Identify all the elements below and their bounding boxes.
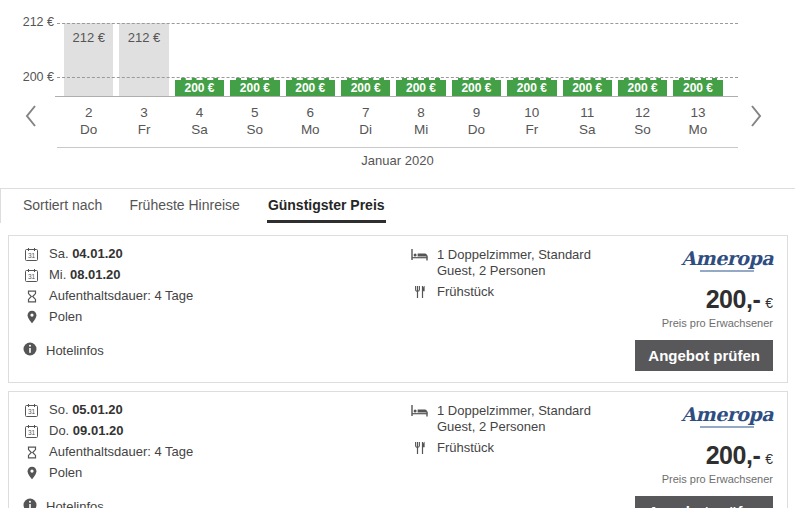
day-label: 11 Sa	[560, 104, 615, 138]
gridline-200	[57, 77, 738, 78]
day-column[interactable]: 200 € 9 Do	[449, 0, 504, 145]
sort-tab-bar: Sortiert nach Früheste Hinreise Günstigs…	[0, 188, 795, 223]
bar-price-label: 200 €	[341, 80, 390, 96]
sort-tab[interactable]: Günstigster Preis	[267, 197, 386, 223]
price-note: Preis pro Erwachsener	[662, 473, 773, 485]
day-column[interactable]: 200 € 5 So	[227, 0, 282, 145]
departure-date: 04.01.20	[72, 246, 123, 261]
destination-row: Polen	[23, 465, 411, 481]
day-weekday: So	[227, 121, 282, 138]
calendar-icon: 31	[23, 404, 40, 417]
svg-text:31: 31	[28, 273, 36, 280]
day-column[interactable]: 212 € 3 Fr	[116, 0, 171, 145]
location-pin-icon	[23, 310, 40, 324]
return-date-row: 31 Mi. 08.01.20	[23, 267, 411, 283]
cutlery-icon	[411, 285, 428, 299]
duration-row: Aufenthaltsdauer: 4 Tage	[23, 444, 411, 460]
day-number: 13	[670, 104, 725, 121]
day-column[interactable]: 200 € 11 Sa	[560, 0, 615, 145]
bar-price-label: 200 €	[452, 80, 501, 96]
price-bar: 200 €	[230, 78, 279, 96]
day-label: 12 So	[615, 104, 670, 138]
destination-row: Polen	[23, 309, 411, 325]
day-weekday: Fr	[116, 121, 171, 138]
day-label: 6 Mo	[283, 104, 338, 138]
bar-price-label: 200 €	[618, 80, 667, 96]
price-amount: 200,-	[706, 285, 760, 314]
price-bar: 200 €	[507, 78, 556, 96]
bar-price-label: 200 €	[396, 80, 445, 96]
day-columns: 212 € 2 Do 212 € 3 Fr 200 €	[61, 0, 726, 145]
price-bar: 200 €	[341, 78, 390, 96]
info-icon	[23, 498, 37, 508]
room-text-line1: 1 Doppelzimmer, Standard	[437, 247, 591, 262]
departure-weekday: Sa.	[49, 246, 69, 261]
day-column[interactable]: 200 € 6 Mo	[283, 0, 338, 145]
day-label: 3 Fr	[116, 104, 171, 138]
price-calendar: 212 € 200 € 212 € 2 Do 212 € 3	[0, 0, 795, 180]
hotel-info-label: Hotelinfos	[46, 343, 104, 358]
calendar-icon: 31	[23, 269, 40, 282]
day-weekday: Do	[61, 121, 116, 138]
check-offer-button[interactable]: Angebot prüfen	[635, 496, 773, 508]
day-column[interactable]: 212 € 2 Do	[61, 0, 116, 145]
calendar-icon: 31	[23, 248, 40, 261]
day-number: 12	[615, 104, 670, 121]
departure-date-row: 31 Sa. 04.01.20	[23, 246, 411, 262]
hotel-info-link[interactable]: Hotelinfos	[23, 498, 411, 508]
day-number: 4	[172, 104, 227, 121]
hourglass-icon	[23, 290, 40, 303]
price-bar: 200 €	[563, 78, 612, 96]
price-currency: €	[765, 451, 773, 467]
brand-logo-text: Ameropa	[681, 247, 773, 269]
day-number: 6	[283, 104, 338, 121]
destination-text: Polen	[49, 465, 82, 481]
departure-weekday: So.	[49, 402, 69, 417]
next-days-button[interactable]	[747, 101, 765, 134]
departure-date: 05.01.20	[72, 402, 123, 417]
bar-price-label: 200 €	[673, 80, 722, 96]
day-column[interactable]: 200 € 4 Sa	[172, 0, 227, 145]
day-column[interactable]: 200 € 13 Mo	[670, 0, 725, 145]
cutlery-icon	[411, 441, 428, 455]
room-text-line2: Guest, 2 Personen	[437, 263, 545, 278]
price-bar: 200 €	[175, 78, 224, 96]
day-number: 8	[393, 104, 448, 121]
day-label: 8 Mi	[393, 104, 448, 138]
price-bar: 200 €	[452, 78, 501, 96]
day-weekday: Do	[449, 121, 504, 138]
day-column[interactable]: 200 € 8 Mi	[393, 0, 448, 145]
check-offer-button[interactable]: Angebot prüfen	[635, 340, 773, 371]
day-column[interactable]: 200 € 12 So	[615, 0, 670, 145]
brand-logo: Ameropa	[681, 247, 773, 272]
chevron-right-icon	[749, 103, 763, 129]
hotel-info-link[interactable]: Hotelinfos	[23, 342, 411, 359]
month-separator	[57, 147, 738, 148]
brand-logo-text: Ameropa	[681, 403, 773, 425]
day-label: 10 Fr	[504, 104, 559, 138]
day-column[interactable]: 200 € 7 Di	[338, 0, 393, 145]
svg-text:31: 31	[28, 429, 36, 436]
day-label: 13 Mo	[670, 104, 725, 138]
svg-text:31: 31	[28, 252, 36, 259]
previous-days-button[interactable]	[22, 101, 40, 134]
bed-icon	[411, 248, 428, 261]
board-row: Frühstück	[411, 284, 635, 300]
brand-logo-tagline	[700, 426, 754, 428]
room-row: 1 Doppelzimmer, StandardGuest, 2 Persone…	[411, 403, 635, 435]
offer-price: 200,- €	[706, 285, 773, 314]
chevron-left-icon	[24, 103, 38, 129]
day-weekday: Mo	[283, 121, 338, 138]
price-note: Preis pro Erwachsener	[662, 317, 773, 329]
brand-logo-tagline	[700, 270, 754, 272]
return-date: 08.01.20	[70, 267, 121, 282]
duration-row: Aufenthaltsdauer: 4 Tage	[23, 288, 411, 304]
day-column[interactable]: 200 € 10 Fr	[504, 0, 559, 145]
sort-tab[interactable]: Früheste Hinreise	[128, 197, 241, 220]
gridline-212	[57, 23, 738, 24]
brand-logo: Ameropa	[681, 403, 773, 428]
price-bar: 200 €	[618, 78, 667, 96]
day-weekday: Mi	[393, 121, 448, 138]
destination-text: Polen	[49, 309, 82, 325]
offer-card: 31 Sa. 04.01.20 31 Mi. 08.01.20 Aufentha…	[8, 235, 788, 383]
